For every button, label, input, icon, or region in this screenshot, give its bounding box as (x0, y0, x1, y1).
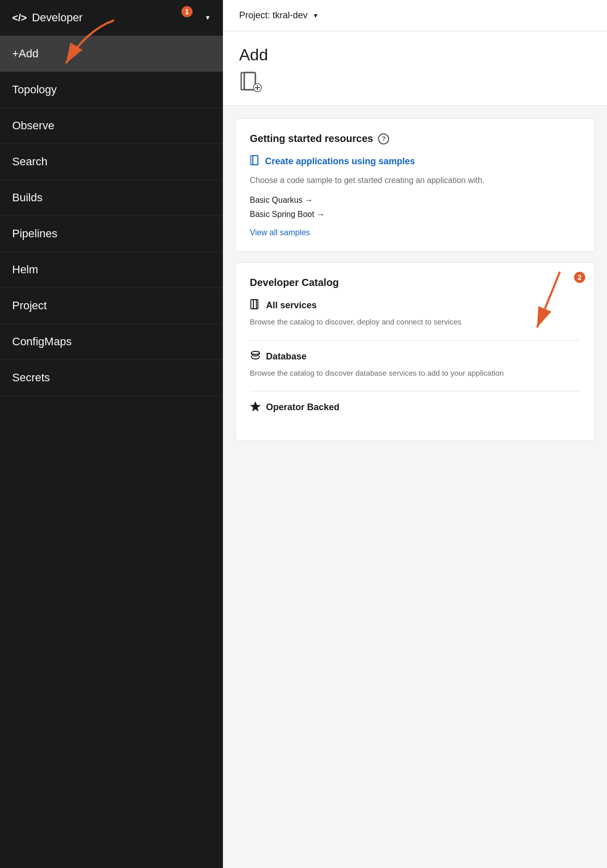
sidebar-item-configmaps[interactable]: ConfigMaps (0, 324, 223, 360)
annotation-number-2: 2 (574, 272, 585, 283)
sidebar-dropdown-chevron[interactable]: ▼ (205, 14, 211, 21)
svg-marker-15 (250, 402, 260, 411)
sidebar-item-search[interactable]: Search (0, 144, 223, 180)
project-selector-label[interactable]: Project: tkral-dev (239, 10, 308, 21)
svg-rect-8 (253, 156, 258, 165)
sidebar-item-builds[interactable]: Builds (0, 180, 223, 216)
database-icon (250, 350, 261, 364)
main-header: Project: tkral-dev ▼ (223, 0, 607, 31)
sidebar-item-observe[interactable]: Observe (0, 108, 223, 144)
sidebar-header: </> Developer ▼ (0, 0, 223, 36)
code-icon: </> (12, 12, 27, 24)
all-services-icon (250, 299, 261, 312)
getting-started-title: Getting started resources ? (250, 133, 580, 144)
basic-quarkus-link[interactable]: Basic Quarkus → (250, 196, 580, 205)
catalog-database-section: Database Browse the catalog to discover … (250, 350, 580, 379)
database-title[interactable]: Database (250, 350, 580, 364)
svg-rect-7 (251, 156, 258, 165)
samples-book-icon (250, 155, 261, 168)
sidebar-header-left: </> Developer (12, 11, 83, 24)
sidebar-item-helm[interactable]: Helm (0, 252, 223, 288)
svg-rect-12 (253, 300, 258, 309)
database-desc: Browse the catalog to discover database … (250, 368, 580, 379)
project-dropdown-icon[interactable]: ▼ (313, 12, 319, 19)
catalog-divider-1 (250, 340, 580, 341)
developer-catalog-card: Developer Catalog 2 (235, 262, 595, 441)
annotation-badge-2-container: 2 (574, 272, 585, 283)
catalog-divider-2 (250, 391, 580, 391)
sidebar-item-pipelines[interactable]: Pipelines (0, 216, 223, 252)
sidebar-title: Developer (32, 11, 83, 24)
sidebar-item-secrets[interactable]: Secrets (0, 360, 223, 396)
operator-backed-icon (250, 401, 261, 414)
operator-backed-title[interactable]: Operator Backed (250, 401, 580, 414)
view-all-samples-link[interactable]: View all samples (250, 228, 580, 237)
developer-catalog-title: Developer Catalog (250, 277, 580, 288)
create-samples-link[interactable]: Create applications using samples (250, 155, 580, 168)
sidebar-item-project[interactable]: Project (0, 288, 223, 324)
getting-started-card: Getting started resources ? Create appli… (235, 118, 595, 252)
add-page-icon (239, 76, 262, 97)
svg-point-14 (251, 351, 259, 354)
page-title: Add (239, 46, 591, 64)
sidebar-item-add[interactable]: +Add (0, 36, 223, 72)
samples-description: Choose a code sample to get started crea… (250, 174, 580, 187)
catalog-all-services-section: All services Browse the catalog to disco… (250, 299, 580, 328)
all-services-title[interactable]: All services (250, 299, 580, 312)
help-icon[interactable]: ? (378, 133, 389, 144)
page-title-area: Add (223, 31, 607, 106)
basic-spring-boot-link[interactable]: Basic Spring Boot → (250, 210, 580, 219)
annotation-badge-1: 1 (181, 6, 193, 17)
catalog-operator-section: Operator Backed (250, 401, 580, 414)
cards-area: Getting started resources ? Create appli… (223, 106, 607, 453)
sidebar-item-topology[interactable]: Topology (0, 72, 223, 108)
all-services-desc: Browse the catalog to discover, deploy a… (250, 316, 580, 328)
